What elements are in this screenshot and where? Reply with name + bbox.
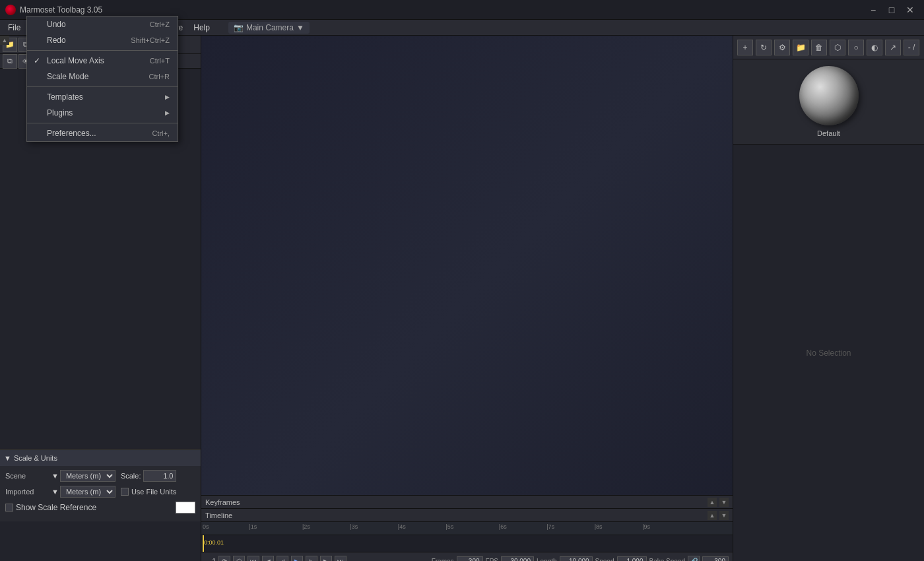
local-move-axis-label: Local Move Axis	[47, 56, 104, 65]
scale-panel-title: Scale & Units	[14, 454, 57, 462]
play-button[interactable]: ▶	[291, 556, 303, 562]
step-fwd-button[interactable]: ▶	[320, 556, 332, 562]
bake-link-button[interactable]: 🔗	[688, 556, 700, 562]
speed-input[interactable]	[617, 556, 647, 562]
right-panel: + ↻ ⚙ 📁 🗑 ⬡ ○ ◐ ↗ - / Default No Selecti…	[733, 36, 924, 561]
prev-frame-button[interactable]: ◁	[277, 556, 288, 562]
fps-label: FPS	[486, 558, 498, 561]
camera-arrow-icon: ▼	[296, 23, 304, 32]
scale-ref-color-swatch[interactable]	[176, 502, 195, 513]
duplicate2-button[interactable]: ⧉	[3, 54, 17, 69]
fps-input[interactable]	[501, 556, 534, 562]
timeline-track[interactable]: 0:00.01	[201, 535, 733, 552]
menu-scale-mode[interactable]: Scale Mode Ctrl+R	[27, 69, 178, 84]
right-toolbar: + ↻ ⚙ 📁 🗑 ⬡ ○ ◐ ↗ - /	[733, 36, 924, 59]
camera-label: Main Camera	[246, 23, 294, 32]
scale-panel: ▼ Scale & Units Scene ▼ Meters (m) Scale…	[0, 449, 201, 521]
side-scroll-up[interactable]: ▲	[0, 36, 9, 45]
rt-delete-button[interactable]: 🗑	[811, 40, 827, 55]
rt-circle-button[interactable]: ○	[848, 40, 864, 55]
undo-shortcut: Ctrl+Z	[150, 20, 170, 28]
timeline-scroll-down[interactable]: ▼	[719, 511, 729, 520]
minimize-button[interactable]: −	[865, 3, 882, 16]
menu-local-move-axis[interactable]: Local Move Axis Ctrl+T	[27, 53, 178, 69]
ruler-3s: |3s	[350, 523, 358, 530]
menu-plugins[interactable]: Plugins	[27, 105, 178, 121]
keyframes-scroll-down[interactable]: ▼	[719, 498, 729, 507]
right-properties: No Selection	[733, 145, 924, 561]
bake-speed-input[interactable]	[702, 556, 729, 562]
keyframes-label: Keyframes	[205, 498, 240, 506]
length-input[interactable]	[560, 556, 593, 562]
rt-half-circle-button[interactable]: ◐	[867, 40, 882, 55]
rt-settings-button[interactable]: ⚙	[774, 40, 790, 55]
menu-file[interactable]: File	[3, 20, 26, 35]
rt-arrow-button[interactable]: ↗	[885, 40, 901, 55]
maximize-button[interactable]: □	[883, 3, 900, 16]
close-button[interactable]: ✕	[902, 3, 919, 16]
imported-label: Imported	[5, 488, 51, 496]
ruler-8s: |8s	[595, 523, 603, 530]
rt-extra-button[interactable]: - /	[904, 40, 919, 55]
title-bar-left: Marmoset Toolbag 3.05	[5, 5, 102, 15]
scene-unit-select[interactable]: Meters (m)	[60, 470, 116, 482]
scale-panel-body: Scene ▼ Meters (m) Scale: Imported ▼ Met…	[0, 466, 201, 521]
show-scale-ref-checkbox[interactable]	[5, 504, 13, 512]
imported-dropdown-arrow: ▼	[51, 488, 59, 496]
menu-help[interactable]: Help	[188, 20, 215, 35]
menu-redo[interactable]: Redo Shift+Ctrl+Z	[27, 32, 178, 48]
camera-indicator[interactable]: 📷 Main Camera ▼	[228, 22, 310, 34]
ruler-6s: |6s	[499, 523, 507, 530]
loop-button[interactable]: ⬡	[233, 556, 245, 562]
timeline-scroll-up[interactable]: ▲	[708, 511, 717, 520]
camera-icon: 📷	[234, 23, 244, 32]
menu-preferences[interactable]: Preferences... Ctrl+,	[27, 125, 178, 141]
scale-label: Scale:	[121, 472, 141, 480]
prev-key-button[interactable]: ⏮	[248, 556, 259, 562]
separator-3	[27, 123, 178, 123]
plugins-label: Plugins	[47, 108, 73, 117]
rt-folder-button[interactable]: 📁	[793, 40, 808, 55]
viewport[interactable]	[201, 36, 733, 561]
rt-refresh-button[interactable]: ↻	[756, 40, 772, 55]
sphere-preview	[799, 66, 859, 125]
preferences-label: Preferences...	[47, 129, 96, 138]
timeline-label: Timeline	[205, 512, 232, 519]
title-bar-controls: − □ ✕	[865, 3, 919, 16]
length-label: Length	[537, 558, 557, 561]
undo-label: Undo	[47, 20, 66, 29]
scale-panel-collapse-icon: ▼	[4, 454, 11, 462]
imported-row: Imported ▼ Meters (m) Use File Units	[5, 486, 195, 498]
scene-label: Scene	[5, 472, 51, 480]
use-file-units-checkbox[interactable]	[121, 488, 129, 496]
menu-templates[interactable]: Templates	[27, 89, 178, 105]
next-frame-button[interactable]: ▷	[306, 556, 317, 562]
timeline-ruler: 0s |1s |2s |3s |4s |5s |6s |7s |8s |9s	[201, 522, 733, 535]
scale-mode-shortcut: Ctrl+R	[149, 73, 170, 81]
frame-counter: 1	[205, 558, 216, 561]
menu-undo[interactable]: Undo Ctrl+Z	[27, 16, 178, 32]
rt-add-button[interactable]: +	[737, 40, 753, 55]
frames-input[interactable]	[457, 556, 483, 562]
scene-row: Scene ▼ Meters (m) Scale:	[5, 470, 195, 482]
scale-value-input[interactable]	[143, 470, 176, 482]
anim-icon[interactable]: ⟳	[218, 556, 230, 562]
separator-2	[27, 86, 178, 87]
ruler-4s: |4s	[398, 523, 406, 530]
timeline-label-bar: Timeline ▲ ▼	[201, 509, 733, 522]
next-key-button[interactable]: ⏭	[335, 556, 346, 562]
app-icon	[5, 5, 16, 15]
show-scale-ref-label: Show Scale Reference	[16, 503, 96, 512]
local-move-axis-shortcut: Ctrl+T	[150, 57, 170, 65]
keyframes-bar: Keyframes ▲ ▼	[201, 496, 733, 509]
material-preview: Default	[733, 59, 924, 145]
frames-label: Frames	[432, 558, 454, 561]
imported-unit-select[interactable]: Meters (m)	[60, 486, 116, 498]
step-back-button[interactable]: ◀	[262, 556, 274, 562]
separator-1	[27, 50, 178, 51]
keyframes-scroll-up[interactable]: ▲	[708, 498, 717, 507]
templates-label: Templates	[47, 92, 83, 102]
rt-hex-button[interactable]: ⬡	[830, 40, 845, 55]
scale-panel-header[interactable]: ▼ Scale & Units	[0, 450, 201, 466]
preferences-shortcut: Ctrl+,	[152, 129, 170, 137]
